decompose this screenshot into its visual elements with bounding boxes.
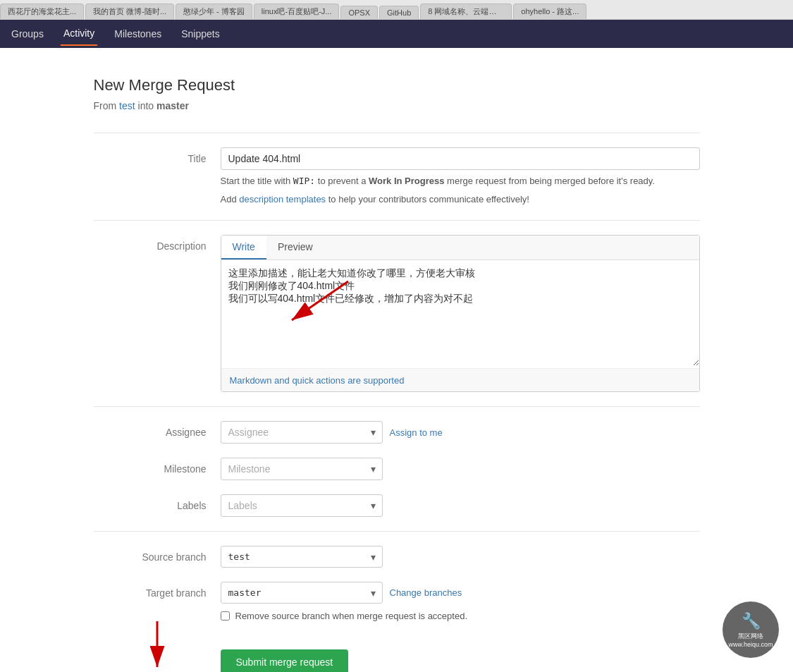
description-tabs: Write Preview — [221, 235, 700, 392]
wip-hint: Start the title with WIP: to prevent a W… — [221, 174, 700, 188]
submit-merge-request-button[interactable]: Submit merge request — [221, 649, 349, 672]
assignee-group: Assignee Assignee Assign to me — [94, 421, 700, 444]
markdown-hint-link[interactable]: Markdown and quick actions are supported — [230, 375, 405, 386]
labels-label: Labels — [94, 494, 221, 511]
tab-7[interactable]: 8 网域名称、云端主机 — [420, 4, 512, 19]
desc-template-link[interactable]: description templates — [239, 194, 326, 204]
breadcrumb: From test into master — [94, 100, 700, 111]
description-group: Description Write Preview — [94, 235, 700, 392]
target-branch-row: master Change branches — [221, 582, 700, 604]
watermark-url: www.heiqu.com — [728, 641, 773, 648]
tab-preview[interactable]: Preview — [266, 236, 324, 259]
milestone-select-wrapper: Milestone — [221, 458, 383, 480]
title-wrap: Start the title with WIP: to prevent a W… — [221, 147, 700, 206]
browser-tabs: 西花厅的海棠花主... 我的首页 微博-随时... 憨绿少年 - 博客园 lin… — [0, 0, 793, 20]
milestone-wrap: Milestone — [221, 458, 700, 480]
tab-3[interactable]: 憨绿少年 - 博客园 — [176, 4, 252, 19]
page-content: New Merge Request From test into master … — [0, 48, 793, 672]
assignee-row: Assignee Assign to me — [221, 421, 700, 444]
title-label: Title — [94, 147, 221, 164]
source-branch-wrap: test — [221, 546, 700, 568]
nav-activity[interactable]: Activity — [61, 22, 97, 46]
divider-4 — [94, 531, 700, 532]
change-branches-link[interactable]: Change branches — [390, 587, 462, 598]
watermark-site: 黑区网络 — [738, 632, 763, 641]
milestone-label: Milestone — [94, 458, 221, 475]
assign-to-me-link[interactable]: Assign to me — [390, 427, 443, 438]
milestone-group: Milestone Milestone — [94, 458, 700, 480]
assignee-select-wrapper: Assignee — [221, 421, 383, 444]
labels-group: Labels Labels — [94, 494, 700, 517]
assignee-label: Assignee — [94, 421, 221, 438]
source-branch-select[interactable]: test — [221, 546, 383, 568]
tab-5[interactable]: OPSX — [340, 6, 378, 19]
divider-2 — [94, 220, 700, 221]
desc-content-area — [221, 260, 699, 368]
breadcrumb-into: into — [138, 100, 154, 111]
submit-area: Submit merge request — [94, 635, 700, 672]
nav-bar: Groups Activity Milestones Snippets — [0, 20, 793, 48]
title-input[interactable] — [221, 147, 700, 170]
tab-2[interactable]: 我的首页 微博-随时... — [85, 4, 174, 19]
target-branch-select[interactable]: master — [221, 582, 383, 604]
title-group: Title Start the title with WIP: to preve… — [94, 147, 700, 206]
target-branch-group: Target branch master Change branches Rem… — [94, 582, 700, 621]
tab-1[interactable]: 西花厅的海棠花主... — [0, 4, 84, 19]
source-branch-input-wrap: test — [221, 546, 383, 568]
remove-source-row: Remove source branch when merge request … — [221, 611, 700, 621]
milestone-select[interactable]: Milestone — [221, 458, 383, 480]
watermark: 🔧 黑区网络 www.heiqu.com — [723, 601, 779, 658]
labels-wrap: Labels — [221, 494, 700, 517]
divider-1 — [94, 133, 700, 133]
wip-bold: Work In Progress — [369, 176, 444, 186]
nav-groups[interactable]: Groups — [8, 23, 47, 45]
description-label: Description — [94, 235, 221, 252]
desc-footer: Markdown and quick actions are supported — [221, 368, 699, 391]
nav-milestones[interactable]: Milestones — [111, 23, 164, 45]
wip-code: WIP: — [293, 176, 315, 186]
nav-snippets[interactable]: Snippets — [178, 23, 222, 45]
remove-source-label: Remove source branch when merge request … — [235, 611, 468, 621]
description-wrap: Write Preview — [221, 235, 700, 392]
target-branch-input-wrap: master — [221, 582, 383, 604]
watermark-icon: 🔧 — [742, 612, 761, 630]
breadcrumb-source: test — [119, 100, 135, 111]
source-branch-group: Source branch test — [94, 546, 700, 568]
page-title: New Merge Request — [94, 76, 700, 94]
breadcrumb-from: From — [94, 100, 117, 111]
source-branch-label: Source branch — [94, 546, 221, 563]
desc-tab-header: Write Preview — [221, 236, 699, 260]
tab-8[interactable]: ohyhello - 路这... — [513, 4, 586, 19]
remove-source-checkbox[interactable] — [221, 611, 230, 621]
description-textarea[interactable] — [221, 260, 699, 366]
form-container: New Merge Request From test into master … — [80, 76, 714, 672]
tab-6[interactable]: GitHub — [379, 6, 419, 19]
assignee-wrap: Assignee Assign to me — [221, 421, 700, 444]
divider-3 — [94, 406, 700, 407]
annotation-arrow-2 — [136, 614, 192, 672]
labels-select[interactable]: Labels — [221, 494, 383, 517]
desc-template-hint: Add description templates to help your c… — [221, 193, 700, 207]
tab-4[interactable]: linux吧-百度贴吧-J... — [254, 4, 340, 19]
target-branch-label: Target branch — [94, 582, 221, 599]
labels-select-wrapper: Labels — [221, 494, 383, 517]
target-branch-wrap: master Change branches Remove source bra… — [221, 582, 700, 621]
breadcrumb-target: master — [156, 100, 189, 111]
tab-write[interactable]: Write — [221, 236, 266, 259]
assignee-select[interactable]: Assignee — [221, 421, 383, 444]
